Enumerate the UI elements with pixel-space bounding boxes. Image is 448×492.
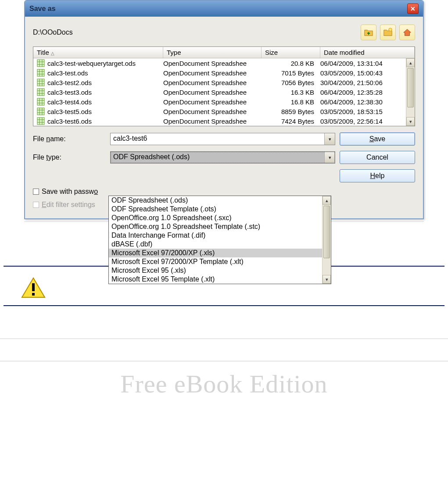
list-item[interactable]: calc3-test3.ods OpenDocument Spreadshee …	[33, 87, 406, 97]
filetype-option[interactable]: OpenOffice.org 1.0 Spreadsheet Template …	[109, 222, 322, 231]
svg-point-0	[389, 28, 392, 31]
filetype-option[interactable]: ODF Spreadsheet (.ods)	[109, 196, 322, 205]
filename-label: File name:	[33, 135, 106, 143]
svg-rect-21	[37, 98, 44, 105]
save-button[interactable]: Save	[340, 132, 415, 146]
svg-rect-26	[37, 108, 44, 115]
dropdown-scrollbar[interactable]: ▴ ▾	[322, 196, 331, 284]
spreadsheet-file-icon	[37, 78, 46, 86]
chevron-down-icon[interactable]: ▾	[324, 133, 335, 145]
spreadsheet-file-icon	[37, 107, 46, 115]
level-up-icon[interactable]	[361, 25, 376, 40]
filetype-option[interactable]: Microsoft Excel 95 (.xls)	[109, 266, 322, 275]
cancel-button[interactable]: Cancel	[340, 151, 415, 164]
dialog-title: Save as	[29, 5, 56, 13]
scroll-thumb[interactable]	[407, 68, 414, 107]
chevron-down-icon[interactable]: ▾	[324, 152, 335, 163]
spreadsheet-file-icon	[37, 69, 46, 77]
filetype-dropdown[interactable]: ODF Spreadsheet (.ods) ODF Spreadsheet T…	[108, 196, 331, 284]
filetype-option[interactable]: ODF Spreadsheet Template (.ots)	[109, 205, 322, 214]
svg-rect-1	[37, 60, 44, 67]
scroll-up-icon[interactable]: ▴	[323, 196, 331, 205]
column-type[interactable]: Type	[163, 47, 262, 58]
sort-asc-icon: △	[51, 51, 54, 56]
home-icon[interactable]	[399, 25, 415, 40]
svg-rect-31	[37, 118, 44, 125]
warning-icon	[21, 277, 46, 298]
list-item[interactable]: calc3-test5.ods OpenDocument Spreadshee …	[33, 107, 406, 116]
spreadsheet-file-icon	[37, 98, 46, 106]
scroll-thumb[interactable]	[323, 206, 330, 258]
filetype-option[interactable]: Microsoft Excel 97/2000/XP Template (.xl…	[109, 257, 322, 266]
spreadsheet-file-icon	[37, 117, 46, 125]
save-as-dialog: Save as ✕ D:\OOoDocs	[24, 0, 424, 219]
list-item[interactable]: calc3-test.ods OpenDocument Spreadshee 7…	[33, 68, 406, 78]
help-button[interactable]: Help	[340, 169, 415, 182]
column-date[interactable]: Date modified	[320, 47, 415, 58]
filetype-option[interactable]: Data Interchange Format (.dif)	[109, 231, 322, 240]
list-item[interactable]: calc3-test6.ods OpenDocument Spreadshee …	[33, 116, 406, 126]
list-item[interactable]: calc3-test2.ods OpenDocument Spreadshee …	[33, 78, 406, 87]
close-icon[interactable]: ✕	[407, 4, 419, 14]
filetype-option[interactable]: OpenOffice.org 1.0 Spreadsheet (.sxc)	[109, 214, 322, 222]
filetype-option[interactable]: dBASE (.dbf)	[109, 240, 322, 249]
filename-input[interactable]: calc3-test6 ▾	[110, 133, 335, 145]
current-path: D:\OOoDocs	[33, 29, 73, 36]
scroll-down-icon[interactable]: ▾	[406, 117, 415, 126]
svg-rect-37	[32, 283, 35, 291]
list-item[interactable]: calc3-test-webquerytarget.ods OpenDocume…	[33, 58, 406, 68]
svg-rect-6	[37, 69, 44, 76]
filetype-select[interactable]: ODF Spreadsheet (.ods) ▾	[110, 151, 335, 164]
file-list-scrollbar[interactable]: ▴ ▾	[406, 58, 415, 126]
spreadsheet-file-icon	[37, 59, 46, 67]
filetype-option[interactable]: Microsoft Excel 97/2000/XP (.xls)	[109, 249, 322, 257]
svg-rect-16	[37, 89, 44, 96]
list-item[interactable]: calc3-test4.ods OpenDocument Spreadshee …	[33, 97, 406, 107]
svg-rect-11	[37, 79, 44, 86]
scroll-up-icon[interactable]: ▴	[406, 58, 415, 67]
titlebar: Save as ✕	[25, 1, 423, 17]
svg-rect-38	[32, 293, 35, 296]
divider	[0, 339, 448, 339]
scroll-down-icon[interactable]: ▾	[323, 275, 331, 284]
save-with-password-checkbox[interactable]: Save with passwo	[33, 188, 335, 196]
divider	[4, 305, 444, 306]
column-size[interactable]: Size	[262, 47, 320, 58]
file-list: Title△ Type Size Date modified calc3-tes…	[33, 46, 415, 126]
new-folder-icon[interactable]	[380, 25, 396, 40]
filetype-option[interactable]: Microsoft Excel 95 Template (.xlt)	[109, 275, 322, 284]
filetype-label: File type:	[33, 153, 106, 161]
column-title[interactable]: Title△	[33, 47, 163, 58]
spreadsheet-file-icon	[37, 88, 46, 96]
footer-watermark: Free eBook Edition	[0, 361, 448, 399]
